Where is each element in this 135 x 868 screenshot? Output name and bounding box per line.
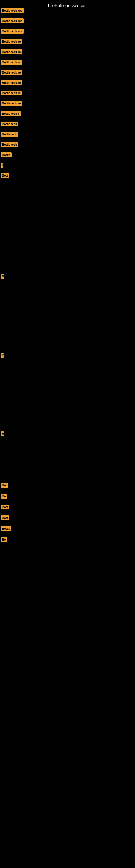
bottleneck-badge-20[interactable]: B [1, 431, 4, 436]
bottleneck-badge-1[interactable]: Bottleneck res [1, 8, 24, 13]
bottleneck-badge-26[interactable]: Bo [1, 537, 7, 542]
bottleneck-badge-16[interactable]: B [1, 163, 3, 167]
bottleneck-badge-15[interactable]: Bottle [1, 152, 12, 157]
bottleneck-badge-6[interactable]: Bottleneck re [1, 60, 22, 65]
bottleneck-badge-19[interactable]: B [1, 352, 4, 358]
bottleneck-badge-22[interactable]: Bo [1, 494, 7, 499]
bottleneck-badge-23[interactable]: Bott [1, 504, 9, 509]
bottleneck-badge-18[interactable]: B [1, 274, 4, 279]
bottleneck-badge-8[interactable]: Bottleneck re [1, 80, 22, 85]
bottleneck-badge-10[interactable]: Bottleneck re [1, 101, 22, 106]
bottleneck-badge-13[interactable]: Bottleneck [1, 132, 18, 137]
bottleneck-badge-14[interactable]: Bottleneck [1, 142, 18, 147]
bottleneck-badge-9[interactable]: Bottleneck re [1, 91, 22, 95]
bottleneck-badge-5[interactable]: Bottleneck re [1, 50, 22, 54]
bottleneck-badge-12[interactable]: Bottleneck [1, 122, 18, 126]
bottleneck-badge-2[interactable]: Bottleneck res [1, 19, 24, 23]
bottleneck-badge-17[interactable]: Bott [1, 173, 9, 178]
bottleneck-badge-3[interactable]: Bottleneck res [1, 29, 24, 34]
bottleneck-badge-4[interactable]: Bottleneck re [1, 39, 22, 44]
bottleneck-badge-21[interactable]: Bot [1, 483, 8, 488]
bottleneck-badge-7[interactable]: Bottleneck re [1, 70, 22, 75]
bottleneck-badge-25[interactable]: Bottle [1, 526, 11, 531]
bottleneck-badge-11[interactable]: Bottleneck r [1, 111, 20, 116]
bottleneck-badge-24[interactable]: Bott [1, 516, 9, 520]
